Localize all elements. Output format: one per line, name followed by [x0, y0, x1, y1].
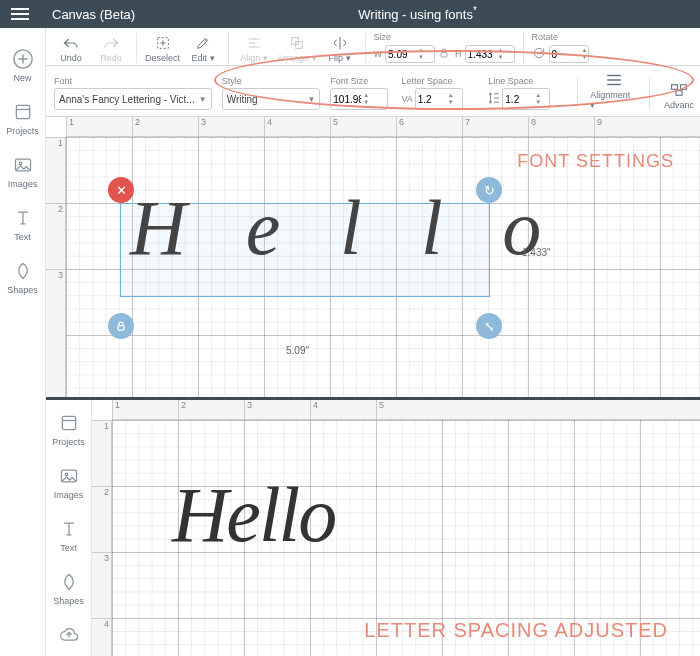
- canvas-text-2[interactable]: Hello: [172, 470, 335, 560]
- delete-handle[interactable]: ✕: [108, 177, 134, 203]
- font-select[interactable]: Anna's Fancy Lettering - Vict...▼: [54, 88, 212, 110]
- projects-label: Projects: [6, 126, 39, 136]
- text-button-2[interactable]: Text: [46, 510, 92, 563]
- svg-rect-1: [16, 105, 29, 118]
- stepper-icon[interactable]: ▲▼: [448, 92, 454, 106]
- svg-rect-9: [681, 85, 687, 90]
- image-icon: [58, 465, 80, 487]
- main-toolbar: Undo Redo Deselect Edit ▾: [46, 28, 700, 66]
- width-input[interactable]: ▲▼: [385, 45, 435, 63]
- svg-rect-6: [295, 42, 302, 49]
- canvas-bottom[interactable]: 12345 1234 Hello LETTER SPACING ADJUSTED: [92, 400, 700, 656]
- rotate-handle[interactable]: ↻: [476, 177, 502, 203]
- new-label: New: [13, 73, 31, 83]
- upload-button[interactable]: [46, 616, 92, 656]
- images-button-2[interactable]: Images: [46, 457, 92, 510]
- rotate-group: Rotate ▲▼: [532, 32, 589, 63]
- new-button[interactable]: New: [0, 40, 46, 93]
- undo-button[interactable]: Undo: [54, 33, 88, 63]
- lock-icon[interactable]: [438, 47, 452, 61]
- alignment-icon: [605, 70, 623, 90]
- height-label: 1.433": [522, 247, 551, 258]
- font-toolbar: Font Anna's Fancy Lettering - Vict...▼ S…: [46, 66, 700, 117]
- projects-icon: [58, 412, 80, 434]
- shapes-icon: [58, 571, 80, 593]
- ruler-vertical: 1234: [92, 420, 112, 656]
- doc-title: Writing - using fonts*: [135, 5, 700, 22]
- width-label: 5.09": [286, 345, 309, 356]
- image-icon: [12, 154, 34, 176]
- stepper-icon[interactable]: ▲▼: [535, 92, 541, 106]
- line-space-input[interactable]: ▲▼: [502, 88, 550, 110]
- arrange-icon: [289, 33, 305, 53]
- chevron-down-icon: ▼: [199, 95, 207, 104]
- svg-rect-10: [676, 91, 682, 96]
- height-input[interactable]: ▲▼: [465, 45, 515, 63]
- text-button[interactable]: Text: [0, 199, 46, 252]
- redo-button[interactable]: Redo: [94, 33, 128, 63]
- rotate-icon: [532, 46, 546, 62]
- lock-handle[interactable]: [108, 313, 134, 339]
- annotation-font-settings: FONT SETTINGS: [517, 151, 674, 172]
- undo-icon: [62, 33, 80, 53]
- topbar: Canvas (Beta) Writing - using fonts*: [0, 0, 700, 28]
- canvas-top[interactable]: 123456789 123 H e l l o ✕ ↻ ⤡ 5.09" 1.43…: [46, 117, 700, 397]
- menu-button[interactable]: [0, 0, 40, 28]
- deselect-icon: [155, 33, 171, 53]
- size-group: Size W ▲▼ H ▲▼: [374, 32, 515, 63]
- letter-space-icon: VA: [401, 94, 412, 104]
- svg-rect-7: [441, 53, 447, 58]
- svg-rect-5: [291, 38, 298, 45]
- rotate-input[interactable]: ▲▼: [549, 45, 589, 63]
- arrange-button[interactable]: Arrange ▾: [277, 33, 317, 63]
- projects-icon: [12, 101, 34, 123]
- fontsize-input[interactable]: ▲▼: [330, 88, 388, 110]
- stepper-icon[interactable]: ▲▼: [582, 47, 588, 61]
- line-space-icon: [488, 91, 500, 107]
- redo-icon: [102, 33, 120, 53]
- app-title: Canvas (Beta): [52, 7, 135, 22]
- flip-button[interactable]: Flip ▾: [323, 33, 357, 63]
- flip-icon: [332, 33, 348, 53]
- align-button[interactable]: Align ▾: [237, 33, 271, 63]
- shapes-label: Shapes: [7, 285, 38, 295]
- projects-button[interactable]: Projects: [0, 93, 46, 146]
- edit-button[interactable]: Edit ▾: [186, 33, 220, 63]
- ruler-horizontal: 12345: [112, 400, 700, 420]
- stepper-icon[interactable]: ▲▼: [498, 47, 504, 61]
- edit-icon: [195, 33, 211, 53]
- svg-rect-8: [672, 85, 678, 90]
- ruler-horizontal: 123456789: [66, 117, 700, 137]
- shapes-icon: [12, 260, 34, 282]
- left-sidebar: New Projects Images Text Shapes: [0, 28, 46, 656]
- images-label: Images: [8, 179, 38, 189]
- shapes-button[interactable]: Shapes: [0, 252, 46, 305]
- annotation-letter-spacing: LETTER SPACING ADJUSTED: [364, 619, 668, 642]
- align-icon: [246, 33, 262, 53]
- alignment-button[interactable]: Alignment ▾: [590, 70, 637, 110]
- text-icon: [12, 207, 34, 229]
- images-button[interactable]: Images: [0, 146, 46, 199]
- letter-space-input[interactable]: ▲▼: [415, 88, 463, 110]
- left-sidebar-2: Projects Images Text Shapes: [46, 400, 92, 656]
- text-icon: [58, 518, 80, 540]
- stepper-icon[interactable]: ▲▼: [363, 92, 369, 106]
- stepper-icon[interactable]: ▲▼: [418, 47, 424, 61]
- svg-point-3: [19, 162, 22, 165]
- deselect-button[interactable]: Deselect: [145, 33, 180, 63]
- projects-button-2[interactable]: Projects: [46, 404, 92, 457]
- svg-rect-12: [62, 416, 75, 429]
- shapes-button-2[interactable]: Shapes: [46, 563, 92, 616]
- svg-point-14: [65, 473, 68, 476]
- svg-rect-11: [118, 326, 124, 331]
- advanced-button[interactable]: Advanc: [662, 80, 696, 110]
- advanced-icon: [670, 80, 688, 100]
- style-select[interactable]: Writing▼: [222, 88, 321, 110]
- resize-handle[interactable]: ⤡: [476, 313, 502, 339]
- ruler-vertical: 123: [46, 137, 66, 397]
- upload-icon: [58, 624, 80, 646]
- chevron-down-icon: ▼: [307, 95, 315, 104]
- text-label: Text: [14, 232, 31, 242]
- plus-circle-icon: [12, 48, 34, 70]
